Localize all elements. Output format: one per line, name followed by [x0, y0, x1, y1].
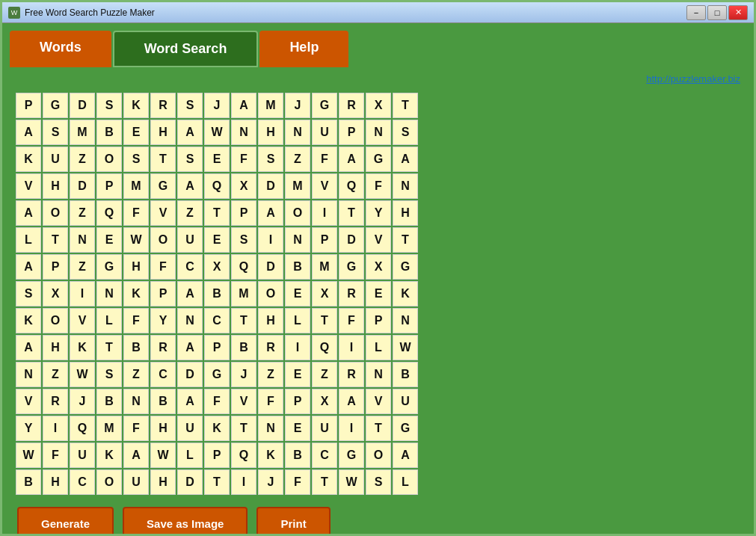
- cell-3-13[interactable]: F: [366, 173, 391, 199]
- cell-9-12[interactable]: I: [339, 335, 364, 360]
- cell-7-9[interactable]: O: [258, 281, 283, 306]
- cell-0-10[interactable]: J: [285, 93, 310, 118]
- cell-8-9[interactable]: H: [258, 308, 283, 333]
- cell-12-2[interactable]: Q: [70, 416, 95, 441]
- cell-1-3[interactable]: B: [96, 120, 122, 145]
- cell-6-5[interactable]: F: [150, 254, 176, 280]
- cell-11-11[interactable]: X: [312, 389, 337, 414]
- cell-10-11[interactable]: Z: [312, 362, 337, 387]
- cell-0-9[interactable]: M: [258, 93, 283, 118]
- cell-9-9[interactable]: R: [258, 335, 283, 360]
- cell-13-0[interactable]: W: [16, 443, 41, 468]
- cell-0-5[interactable]: R: [150, 93, 176, 118]
- cell-7-0[interactable]: S: [16, 281, 41, 306]
- cell-4-7[interactable]: T: [204, 200, 230, 226]
- cell-6-8[interactable]: Q: [231, 254, 256, 280]
- cell-4-3[interactable]: Q: [96, 200, 122, 226]
- cell-5-7[interactable]: E: [204, 227, 230, 253]
- cell-0-14[interactable]: T: [393, 93, 418, 118]
- cell-5-2[interactable]: N: [70, 227, 95, 253]
- cell-14-4[interactable]: U: [123, 469, 149, 495]
- cell-10-12[interactable]: R: [339, 362, 364, 387]
- cell-6-12[interactable]: G: [339, 254, 364, 280]
- cell-0-11[interactable]: G: [312, 93, 337, 118]
- cell-8-14[interactable]: N: [393, 308, 418, 333]
- cell-3-8[interactable]: X: [231, 173, 256, 199]
- cell-5-4[interactable]: W: [123, 227, 149, 253]
- cell-3-12[interactable]: Q: [339, 173, 364, 199]
- cell-5-14[interactable]: T: [393, 227, 418, 253]
- cell-9-10[interactable]: I: [285, 335, 310, 360]
- cell-0-12[interactable]: R: [339, 93, 364, 118]
- cell-10-14[interactable]: B: [393, 362, 418, 387]
- cell-12-0[interactable]: Y: [16, 416, 41, 441]
- cell-9-3[interactable]: T: [96, 335, 122, 360]
- cell-6-10[interactable]: B: [285, 254, 310, 280]
- cell-11-8[interactable]: V: [231, 389, 256, 414]
- cell-5-6[interactable]: U: [177, 227, 203, 253]
- cell-6-1[interactable]: P: [43, 254, 68, 280]
- cell-9-8[interactable]: B: [231, 335, 256, 360]
- cell-12-12[interactable]: I: [339, 416, 364, 441]
- cell-9-6[interactable]: A: [177, 335, 203, 360]
- cell-14-13[interactable]: S: [366, 469, 391, 495]
- cell-2-0[interactable]: K: [16, 147, 41, 172]
- cell-10-0[interactable]: N: [16, 362, 41, 387]
- cell-10-6[interactable]: D: [177, 362, 203, 387]
- cell-5-10[interactable]: N: [285, 227, 310, 253]
- cell-10-7[interactable]: G: [204, 362, 230, 387]
- cell-3-9[interactable]: D: [258, 173, 283, 199]
- cell-3-14[interactable]: N: [393, 173, 418, 199]
- cell-6-7[interactable]: X: [204, 254, 230, 280]
- cell-14-3[interactable]: O: [96, 469, 122, 495]
- cell-7-1[interactable]: X: [43, 281, 68, 306]
- cell-4-12[interactable]: T: [339, 200, 364, 226]
- tab-words[interactable]: Words: [10, 31, 111, 67]
- cell-5-12[interactable]: D: [339, 227, 364, 253]
- cell-6-4[interactable]: H: [123, 254, 149, 280]
- cell-10-1[interactable]: Z: [43, 362, 68, 387]
- cell-0-2[interactable]: D: [70, 93, 95, 118]
- cell-13-1[interactable]: F: [43, 443, 68, 468]
- tab-help[interactable]: Help: [259, 31, 348, 67]
- close-button[interactable]: ✕: [728, 5, 748, 20]
- cell-1-7[interactable]: W: [204, 120, 230, 145]
- cell-1-1[interactable]: S: [43, 120, 68, 145]
- cell-0-13[interactable]: X: [366, 93, 391, 118]
- cell-8-10[interactable]: L: [285, 308, 310, 333]
- cell-0-8[interactable]: A: [231, 93, 256, 118]
- cell-3-5[interactable]: G: [150, 173, 176, 199]
- cell-14-0[interactable]: B: [16, 469, 41, 495]
- cell-10-5[interactable]: C: [150, 362, 176, 387]
- cell-12-4[interactable]: F: [123, 416, 149, 441]
- cell-7-3[interactable]: N: [96, 281, 122, 306]
- cell-2-13[interactable]: G: [366, 147, 391, 172]
- cell-3-11[interactable]: V: [312, 173, 337, 199]
- cell-3-0[interactable]: V: [16, 173, 41, 199]
- cell-4-13[interactable]: Y: [366, 200, 391, 226]
- cell-13-14[interactable]: A: [393, 443, 418, 468]
- cell-1-13[interactable]: N: [366, 120, 391, 145]
- cell-8-1[interactable]: O: [43, 308, 68, 333]
- cell-7-10[interactable]: E: [285, 281, 310, 306]
- cell-13-6[interactable]: L: [177, 443, 203, 468]
- cell-9-11[interactable]: Q: [312, 335, 337, 360]
- cell-7-14[interactable]: K: [393, 281, 418, 306]
- cell-10-9[interactable]: Z: [258, 362, 283, 387]
- cell-2-7[interactable]: E: [204, 147, 230, 172]
- cell-8-11[interactable]: T: [312, 308, 337, 333]
- cell-14-9[interactable]: J: [258, 469, 283, 495]
- cell-1-14[interactable]: S: [393, 120, 418, 145]
- cell-3-3[interactable]: P: [96, 173, 122, 199]
- cell-7-13[interactable]: E: [366, 281, 391, 306]
- cell-2-4[interactable]: S: [123, 147, 149, 172]
- cell-4-14[interactable]: H: [393, 200, 418, 226]
- cell-2-9[interactable]: S: [258, 147, 283, 172]
- cell-11-5[interactable]: B: [150, 389, 176, 414]
- cell-7-5[interactable]: P: [150, 281, 176, 306]
- cell-0-7[interactable]: J: [204, 93, 230, 118]
- save-image-button[interactable]: Save as Image: [123, 507, 248, 536]
- cell-6-6[interactable]: C: [177, 254, 203, 280]
- cell-4-2[interactable]: Z: [70, 200, 95, 226]
- cell-4-10[interactable]: O: [285, 200, 310, 226]
